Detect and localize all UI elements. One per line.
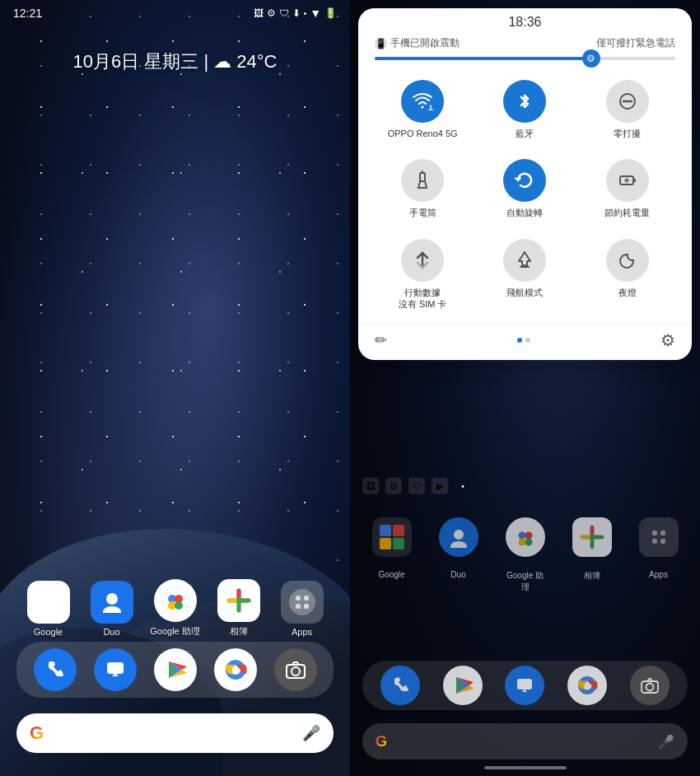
duo-icon <box>91 581 133 624</box>
volume-slider[interactable] <box>375 57 675 60</box>
apps-folder-icon <box>281 581 324 624</box>
bluetooth-icon <box>514 91 535 112</box>
vibration-icon: 📳 <box>375 38 387 49</box>
panel-status-bar: 18:36 <box>358 8 692 30</box>
svg-rect-22 <box>633 179 636 182</box>
right-dock-row <box>362 661 688 710</box>
dock-phone[interactable] <box>34 648 77 691</box>
app-assistant-label: Google 助理 <box>150 625 200 638</box>
gallery-icon: 🖼 <box>254 7 264 19</box>
strip-settings-icon: ⚙ <box>385 478 402 494</box>
dock-playstore[interactable] <box>154 648 197 691</box>
svg-rect-36 <box>652 531 657 535</box>
dnd-icon <box>617 91 638 112</box>
svg-point-34 <box>518 539 525 546</box>
svg-point-16 <box>292 667 300 675</box>
photos-icon <box>217 579 260 622</box>
svg-rect-10 <box>304 604 309 609</box>
wifi-status-icon: ▼ <box>310 7 321 20</box>
date-text: 10月6日 星期三 | ☁ 24°C <box>0 49 350 74</box>
dnd-toggle-label: 零打擾 <box>614 128 641 139</box>
toggle-autorotate[interactable]: 自動旋轉 <box>474 149 576 228</box>
dot-1 <box>517 338 522 343</box>
right-google-icon <box>372 517 412 557</box>
svg-point-43 <box>585 683 590 689</box>
app-assistant[interactable]: Google 助理 <box>146 579 205 638</box>
dock <box>16 642 334 698</box>
strip-play-icon: ▶ <box>432 478 448 494</box>
right-dock-playstore <box>443 666 483 705</box>
search-bar[interactable]: G 🎤 <box>16 713 334 753</box>
airplane-toggle-label: 飛航模式 <box>506 287 543 298</box>
svg-point-0 <box>106 593 118 605</box>
autorotate-toggle-circle <box>503 159 546 202</box>
volume-slider-row <box>358 54 692 70</box>
app-photos-label: 相簿 <box>230 625 248 638</box>
app-duo[interactable]: Duo <box>82 581 142 637</box>
toggle-flashlight[interactable]: 手電筒 <box>371 149 474 228</box>
svg-point-33 <box>525 532 532 540</box>
right-apps-label: Apps <box>639 570 679 593</box>
settings-button[interactable]: ⚙ <box>660 330 675 350</box>
app-photos[interactable]: 相簿 <box>209 579 268 638</box>
dock-camera[interactable] <box>274 648 317 691</box>
nightlight-toggle-circle <box>606 239 649 282</box>
app-google[interactable]: Google <box>19 581 78 637</box>
app-google-label: Google <box>34 627 63 637</box>
toggle-dnd[interactable]: 零打擾 <box>576 70 679 149</box>
vibration-text: 📳 手機已開啟震動 <box>375 36 460 50</box>
home-indicator <box>484 766 567 769</box>
flashlight-icon <box>412 170 433 191</box>
airplane-toggle-circle <box>503 239 546 282</box>
svg-rect-39 <box>660 539 665 544</box>
right-photos-icon <box>572 517 612 557</box>
right-panel: 18:36 📳 手機已開啟震動 僅可撥打緊急電話 <box>350 0 700 776</box>
svg-point-45 <box>646 684 654 691</box>
strip-dot-icon: • <box>455 478 471 494</box>
panel-time: 18:36 <box>508 15 541 30</box>
toggle-nightlight[interactable]: 夜燈 <box>576 229 679 320</box>
dock-chrome[interactable] <box>214 648 257 691</box>
right-app-grid: Google Duo Google 助理 相簿 Apps <box>358 517 692 603</box>
right-apps-icon <box>639 517 679 557</box>
right-assistant-label: Google 助理 <box>506 570 545 593</box>
wifi-toggle-label: OPPO Reno4 5G <box>388 128 458 139</box>
right-dock-messages <box>505 666 544 705</box>
toggle-wifi[interactable]: OPPO Reno4 5G <box>371 70 474 149</box>
app-apps-folder[interactable]: Apps <box>273 581 332 637</box>
data-toggle-circle <box>401 239 444 282</box>
edit-icon[interactable]: ✏ <box>375 331 387 349</box>
flashlight-toggle-circle <box>401 159 444 202</box>
app-grid: Google Duo <box>0 579 350 644</box>
vibration-row: 📳 手機已開啟震動 僅可撥打緊急電話 <box>358 30 692 54</box>
settings-status-icon: ⚙ <box>267 7 276 19</box>
assistant-icon <box>154 579 197 622</box>
right-dock-area: G 🎤 <box>362 661 688 760</box>
right-dock-phone <box>380 666 420 705</box>
right-duo-label: Duo <box>439 570 478 593</box>
mic-icon[interactable]: 🎤 <box>302 724 320 742</box>
nightlight-toggle-label: 夜燈 <box>618 287 637 298</box>
app-duo-label: Duo <box>103 627 119 637</box>
battery-status-icon: 🔋 <box>324 7 337 19</box>
toggle-battery[interactable]: 節約耗電量 <box>576 149 679 228</box>
toggle-data[interactable]: 行動數據 沒有 SIM 卡 <box>371 229 474 320</box>
bluetooth-toggle-label: 藍牙 <box>516 128 534 139</box>
svg-point-31 <box>454 530 464 540</box>
right-assistant-icon <box>506 517 545 557</box>
volume-thumb[interactable] <box>582 49 600 68</box>
notification-panel: 18:36 📳 手機已開啟震動 僅可撥打緊急電話 <box>358 8 692 360</box>
battery-saver-icon <box>617 170 638 191</box>
right-search-bar[interactable]: G 🎤 <box>362 723 688 760</box>
toggle-airplane[interactable]: 飛航模式 <box>474 229 576 320</box>
svg-point-32 <box>518 532 525 540</box>
page-dots <box>517 338 530 343</box>
nightlight-icon <box>617 250 638 271</box>
google-icon <box>27 581 70 624</box>
dock-messages[interactable] <box>94 648 137 691</box>
right-mic-icon[interactable]: 🎤 <box>658 734 674 750</box>
dot-2 <box>525 338 530 343</box>
svg-rect-38 <box>652 539 657 544</box>
svg-point-35 <box>525 539 532 546</box>
toggle-bluetooth[interactable]: 藍牙 <box>474 70 576 149</box>
